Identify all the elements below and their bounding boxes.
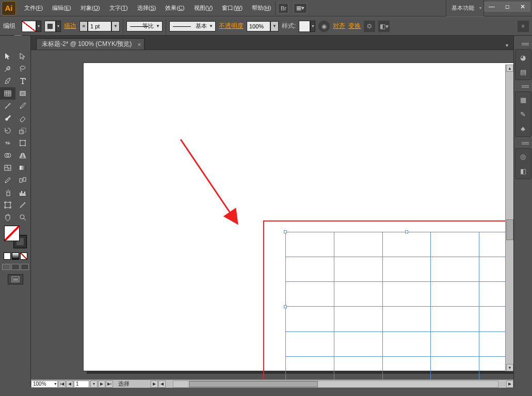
lasso-tool[interactable]	[15, 62, 31, 75]
right-panel-group-2[interactable]: ▦ ✎ ♣	[515, 91, 531, 137]
menu-file[interactable]: 文件(F)	[20, 2, 47, 14]
width-tool[interactable]	[0, 137, 15, 149]
style-drop[interactable]: ▼	[310, 21, 315, 32]
color-mode-gradient[interactable]	[12, 252, 19, 260]
stroke-weight-drop[interactable]: ▼	[111, 21, 120, 31]
paintbrush-tool[interactable]	[0, 100, 15, 112]
menu-window[interactable]: 窗口(W)	[218, 2, 247, 14]
gradient-tool[interactable]	[15, 162, 31, 174]
rectangle-tool[interactable]	[15, 87, 31, 100]
horizontal-scroll-thumb[interactable]	[189, 381, 318, 387]
first-artboard-button[interactable]: I◀	[58, 381, 66, 388]
eyedropper-tool[interactable]	[0, 174, 15, 186]
draw-behind[interactable]	[11, 264, 20, 270]
blob-brush-tool[interactable]	[0, 112, 15, 124]
zoom-tool[interactable]	[15, 211, 31, 224]
edit-clip-icon[interactable]: ◧▾	[378, 21, 390, 32]
draw-normal[interactable]	[2, 264, 10, 270]
fill-dropdown[interactable]: ▼	[36, 21, 41, 32]
style-swatch[interactable]	[299, 21, 310, 32]
last-artboard-button[interactable]: ▶I	[106, 381, 113, 388]
document-tab[interactable]: 未标题-2* @ 100% (CMYK/预览) ×	[36, 38, 144, 50]
stroke-dropdown[interactable]: ▼	[56, 21, 61, 32]
grid-object-selected[interactable]	[285, 232, 513, 379]
right-panel-group-3[interactable]: ◎ ◧	[515, 148, 531, 179]
menu-type[interactable]: 文字(T)	[105, 2, 132, 14]
status-menu[interactable]: ▶	[151, 381, 158, 388]
maximize-button[interactable]: ◻	[499, 2, 515, 12]
scroll-up-button[interactable]: ▲	[506, 65, 513, 72]
scale-tool[interactable]	[15, 124, 31, 137]
stroke-weight-input[interactable]	[88, 21, 111, 31]
right-panel-group-1[interactable]: ◕ ▤	[515, 49, 531, 80]
brushes-panel-icon[interactable]: ✎	[518, 108, 529, 120]
opacity-link[interactable]: 不透明度	[219, 22, 244, 30]
menu-help[interactable]: 帮助(H)	[248, 2, 275, 14]
bridge-icon[interactable]: Br	[278, 3, 288, 13]
isolate-icon[interactable]: ⯐	[364, 21, 375, 32]
rotate-tool[interactable]	[0, 124, 15, 137]
horizontal-scrollbar[interactable]	[173, 381, 498, 388]
draw-inside[interactable]	[21, 264, 29, 270]
document-tab-menu[interactable]: ▾	[502, 40, 511, 50]
fill-stroke-indicator[interactable]	[4, 226, 27, 248]
next-artboard-button[interactable]: ▶	[98, 381, 105, 388]
recolor-icon[interactable]: ◉	[318, 21, 330, 32]
perspective-grid-tool[interactable]	[15, 149, 31, 162]
stroke-weight-combo[interactable]: ≑ ▼	[79, 21, 120, 31]
selection-handle[interactable]	[284, 230, 287, 233]
document-tab-close[interactable]: ×	[138, 41, 141, 47]
screen-mode-button[interactable]	[8, 274, 23, 284]
artboard-number[interactable]: 1	[74, 381, 89, 388]
type-tool[interactable]	[15, 75, 31, 87]
fill-swatch[interactable]	[22, 21, 36, 32]
blend-tool[interactable]	[15, 174, 31, 186]
color-mode-none[interactable]	[20, 252, 27, 260]
menu-effect[interactable]: 效果(C)	[161, 2, 188, 14]
control-menu-icon[interactable]: ≡	[518, 21, 529, 32]
fill-indicator[interactable]	[4, 226, 20, 241]
color-mode-solid[interactable]	[4, 252, 11, 260]
zoom-level[interactable]: 100%▼	[31, 381, 58, 388]
menu-object[interactable]: 对象(O)	[76, 2, 104, 14]
align-link[interactable]: 对齐	[333, 22, 345, 30]
slice-tool[interactable]	[15, 199, 31, 211]
stroke-link[interactable]: 描边	[64, 22, 76, 30]
gradient-panel-icon[interactable]: ◧	[518, 165, 529, 177]
vertical-scrollbar[interactable]: ▲ ▼	[505, 65, 513, 371]
scroll-left-button[interactable]: ◀	[158, 381, 166, 388]
scroll-right-button[interactable]: ▶	[506, 381, 513, 388]
column-graph-tool[interactable]	[15, 186, 31, 199]
vertical-scroll-thumb[interactable]	[506, 219, 513, 240]
symbol-sprayer-tool[interactable]	[0, 186, 15, 199]
pen-tool[interactable]	[0, 75, 15, 87]
workspace-switcher[interactable]: 基本功能	[446, 0, 484, 17]
canvas[interactable]: ▲ ▼	[31, 50, 513, 379]
width-profile-combo[interactable]: 等比▼	[126, 21, 163, 31]
selection-handle[interactable]	[405, 230, 408, 233]
opacity-input[interactable]	[247, 21, 270, 31]
transform-link[interactable]: 变换	[348, 22, 361, 30]
color-guide-icon[interactable]: ▤	[518, 66, 529, 77]
rectangular-grid-tool[interactable]	[0, 87, 15, 100]
stroke-panel-icon[interactable]: ◎	[518, 151, 529, 162]
symbols-panel-icon[interactable]: ♣	[518, 123, 529, 134]
brush-combo[interactable]: 基本▼	[169, 21, 216, 31]
stroke-swatch[interactable]	[44, 21, 56, 32]
color-panel-icon[interactable]: ◕	[518, 52, 529, 63]
stroke-weight-stepper[interactable]: ≑	[79, 21, 88, 31]
opacity-drop[interactable]: ▼	[270, 21, 279, 31]
selection-tool[interactable]	[0, 50, 15, 62]
magic-wand-tool[interactable]	[0, 62, 15, 75]
swatches-panel-icon[interactable]: ▦	[518, 94, 529, 105]
direct-selection-tool[interactable]	[15, 50, 31, 62]
close-button[interactable]: ✕	[515, 2, 530, 12]
menu-select[interactable]: 选择(S)	[133, 2, 160, 14]
selection-handle[interactable]	[284, 305, 287, 308]
menu-edit[interactable]: 编辑(E)	[48, 2, 75, 14]
mesh-tool[interactable]	[0, 162, 15, 174]
prev-artboard-button[interactable]: ◀	[66, 381, 73, 388]
hand-tool[interactable]	[0, 211, 15, 224]
eraser-tool[interactable]	[15, 112, 31, 124]
free-transform-tool[interactable]	[15, 137, 31, 149]
